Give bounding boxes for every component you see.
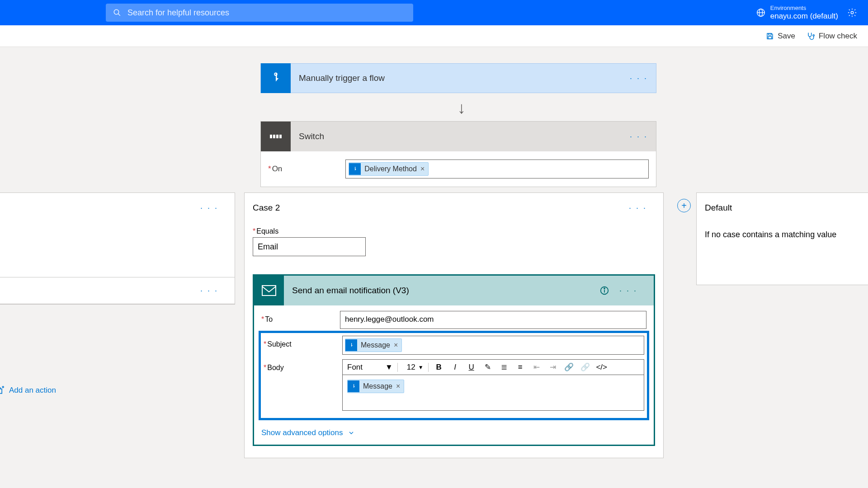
search-icon	[113, 9, 121, 17]
switch-menu[interactable]: · · ·	[630, 132, 648, 141]
chevron-down-icon	[348, 429, 355, 436]
indent-button[interactable]: ⇥	[547, 362, 559, 372]
save-icon	[766, 32, 774, 40]
equals-label: *Equals	[253, 227, 655, 235]
number-list-button[interactable]: ≡	[514, 363, 526, 372]
email-title: Send an email notification (V3)	[292, 286, 409, 296]
equals-input[interactable]: Email	[253, 237, 366, 256]
svg-rect-12	[276, 135, 278, 138]
svg-rect-6	[769, 33, 771, 35]
flow-checker-button[interactable]: Flow check	[806, 32, 857, 41]
switch-title: Switch	[299, 131, 324, 141]
env-label: Environments	[770, 5, 838, 12]
add-case-button[interactable]: +	[677, 199, 691, 212]
info-icon[interactable]	[599, 286, 609, 296]
switch-on-input[interactable]: Delivery Method ×	[345, 160, 649, 178]
settings-icon[interactable]	[847, 8, 857, 18]
highlight-button[interactable]: ✎	[482, 362, 494, 372]
svg-point-0	[114, 9, 119, 14]
email-menu[interactable]: · · ·	[619, 286, 637, 296]
bullet-list-button[interactable]: ≣	[498, 362, 510, 372]
globe-icon	[756, 8, 766, 18]
token-remove[interactable]: ×	[420, 165, 425, 173]
underline-button[interactable]: U	[466, 363, 477, 372]
body-label: *Body	[264, 359, 342, 372]
svg-rect-11	[273, 135, 275, 138]
highlighted-region: *Subject Message × *Body	[259, 331, 649, 420]
body-input[interactable]: Message ×	[342, 375, 644, 411]
email-action-card: Send an email notification (V3) · · · *T…	[253, 274, 655, 446]
case1-action-menu[interactable]: · · ·	[200, 286, 218, 296]
mail-icon	[254, 276, 284, 305]
environment-picker[interactable]: Environments enayu.com (default)	[756, 5, 838, 21]
switch-icon	[261, 122, 291, 151]
command-bar: Save Flow check	[0, 25, 868, 47]
outdent-button[interactable]: ⇤	[531, 362, 542, 372]
rich-text-toolbar: Font▼ 12▼ B I U ✎ ≣ ≡ ⇤ ⇥	[342, 359, 644, 375]
default-header[interactable]: Default	[697, 193, 868, 223]
svg-rect-7	[768, 36, 772, 38]
italic-button[interactable]: I	[449, 363, 461, 372]
save-label: Save	[778, 32, 795, 41]
default-case-card: Default If no case contains a matching v…	[696, 192, 868, 285]
add-action-button[interactable]: Add an action	[0, 386, 56, 395]
connector-arrow: ↓	[458, 99, 466, 117]
case2-header[interactable]: Case 2 · · ·	[245, 193, 663, 223]
code-view-button[interactable]: </>	[596, 363, 608, 372]
svg-rect-19	[262, 286, 276, 296]
trigger-card[interactable]: Manually trigger a flow · · ·	[260, 63, 656, 93]
flow-canvas: Manually trigger a flow · · · ↓ Switch ·…	[0, 47, 868, 488]
case1-action[interactable]: · · ·	[0, 277, 235, 304]
switch-card: Switch · · · *On Delivery Method ×	[260, 121, 656, 187]
case1-card: · · · · · ·	[0, 192, 235, 305]
flow-check-label: Flow check	[819, 32, 857, 41]
font-picker[interactable]: Font▼	[347, 363, 398, 372]
trigger-menu[interactable]: · · ·	[630, 74, 648, 83]
show-advanced-options[interactable]: Show advanced options	[261, 428, 646, 437]
to-input[interactable]: henry.legge@outlook.com	[340, 311, 646, 329]
svg-point-8	[813, 34, 814, 36]
add-action-icon	[0, 386, 5, 395]
switch-header[interactable]: Switch · · ·	[261, 122, 656, 151]
search-placeholder: Search for helpful resources	[127, 8, 229, 18]
svg-rect-10	[270, 135, 272, 138]
app-header: Search for helpful resources Environment…	[0, 0, 868, 25]
svg-line-1	[118, 14, 120, 16]
search-input[interactable]: Search for helpful resources	[106, 4, 413, 22]
save-button[interactable]: Save	[766, 32, 795, 41]
token-remove[interactable]: ×	[396, 382, 400, 390]
subject-input[interactable]: Message ×	[342, 336, 644, 355]
case1-menu[interactable]: · · ·	[200, 203, 218, 213]
bold-button[interactable]: B	[433, 363, 445, 372]
subject-message-token[interactable]: Message ×	[345, 338, 402, 352]
email-header[interactable]: Send an email notification (V3) · · ·	[254, 276, 654, 305]
switch-on-label: *On	[268, 164, 282, 174]
default-description: If no case contains a matching value	[697, 223, 868, 285]
unlink-button[interactable]: 🔗	[580, 362, 591, 372]
stethoscope-icon	[806, 32, 815, 41]
env-name: enayu.com (default)	[770, 12, 838, 21]
svg-rect-14	[0, 389, 2, 394]
subject-label: *Subject	[264, 336, 342, 348]
link-button[interactable]: 🔗	[563, 362, 575, 372]
svg-rect-13	[279, 135, 282, 138]
trigger-icon	[261, 63, 291, 93]
svg-point-22	[604, 288, 605, 289]
svg-point-5	[851, 11, 854, 14]
trigger-title: Manually trigger a flow	[299, 73, 385, 83]
case2-menu[interactable]: · · ·	[629, 203, 647, 213]
delivery-method-token[interactable]: Delivery Method ×	[349, 162, 429, 176]
token-remove[interactable]: ×	[394, 341, 398, 349]
font-size-picker[interactable]: 12▼	[402, 363, 429, 372]
to-label: *To	[261, 311, 340, 324]
case2-card: Case 2 · · · *Equals Email Send an email…	[244, 192, 664, 458]
body-message-token[interactable]: Message ×	[347, 380, 404, 393]
